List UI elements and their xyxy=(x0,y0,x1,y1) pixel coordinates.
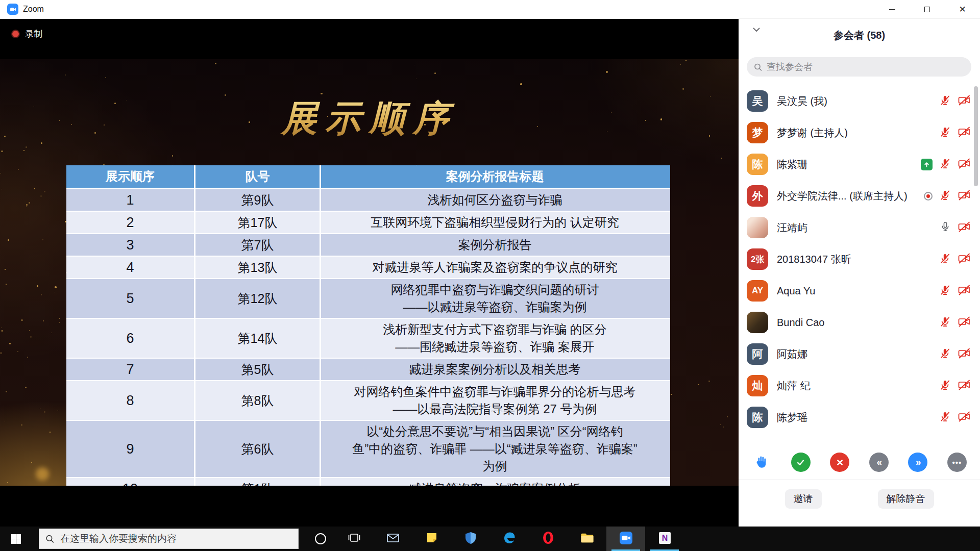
minimize-button[interactable] xyxy=(874,0,910,19)
participant-status-icons xyxy=(939,411,971,424)
maximize-icon xyxy=(924,7,930,12)
participant-status-icons xyxy=(940,221,971,235)
mic-muted-icon xyxy=(939,94,951,108)
reaction-raise-hand-icon[interactable] xyxy=(752,453,771,472)
participant-search-input[interactable] xyxy=(767,62,964,72)
reaction-agree-check-icon[interactable] xyxy=(791,453,811,472)
sparkle-dot xyxy=(698,384,699,386)
table-row: 6第14队浅析新型支付方式下盗窃罪与诈骗 的区分——围绕臧进泉等盗窃、诈骗 案展… xyxy=(66,319,670,359)
taskbar-search-box[interactable] xyxy=(39,529,299,549)
participant-search-box[interactable] xyxy=(747,57,971,77)
slide-title: 展示顺序 xyxy=(0,95,739,143)
participant-row[interactable]: Bundi Cao xyxy=(739,307,980,338)
taskbar-app-zoom-icon[interactable] xyxy=(606,527,645,551)
reaction-go-faster-icon[interactable]: » xyxy=(908,453,927,472)
participant-name: 汪靖屿 xyxy=(777,221,940,235)
participant-row[interactable]: 吴吴汶昊 (我) xyxy=(739,85,980,117)
table-row: 7第5队臧进泉案案例分析以及相关思考 xyxy=(66,359,670,381)
taskbar-app-edge-icon[interactable] xyxy=(490,527,529,551)
column-header-title: 案例分析报告标题 xyxy=(321,165,669,188)
table-row: 4第13队对臧进泉等人诈骗案及盗窃案的争议点的研究 xyxy=(66,257,670,279)
sparkle-dot xyxy=(40,195,42,197)
close-icon: ✕ xyxy=(959,5,966,14)
taskbar-app-mail-icon[interactable] xyxy=(374,527,412,551)
panel-header: 参会者 (58) xyxy=(739,25,980,45)
participant-name: 吴汶昊 (我) xyxy=(777,94,939,108)
reaction-more-reactions-icon[interactable]: ••• xyxy=(947,453,967,472)
avatar xyxy=(747,217,768,238)
invite-button[interactable]: 邀请 xyxy=(785,489,822,509)
recording-dot-icon xyxy=(12,31,19,37)
recording-label: 录制 xyxy=(25,28,42,40)
cell-order: 2 xyxy=(66,212,195,233)
sparkle-dot xyxy=(42,239,43,240)
taskbar-app-opera-icon[interactable] xyxy=(529,527,568,551)
sparkle-dot xyxy=(1,328,2,328)
sparkle-dot xyxy=(680,64,681,65)
mic-muted-icon xyxy=(939,347,951,361)
sparkle-dot xyxy=(9,343,11,344)
cell-team: 第14队 xyxy=(195,319,321,358)
cell-order: 1 xyxy=(66,189,195,211)
sparkle-dot xyxy=(51,333,52,333)
taskbar-app-onenote-icon[interactable]: N xyxy=(645,527,684,551)
sparkle-dot xyxy=(17,351,18,352)
taskbar-app-shield-icon[interactable] xyxy=(451,527,490,551)
unmute-all-button[interactable]: 解除静音 xyxy=(878,489,934,509)
dots-glyph: ••• xyxy=(952,459,962,466)
sparkle-dot xyxy=(723,427,724,428)
video-off-icon xyxy=(958,94,971,108)
sparkle-dot xyxy=(58,410,59,411)
cell-report-title: 对臧进泉等人诈骗案及盗窃案的争议点的研究 xyxy=(321,257,669,278)
taskbar-search-input[interactable] xyxy=(60,533,292,544)
close-button[interactable]: ✕ xyxy=(945,0,980,19)
sparkle-dot xyxy=(29,330,30,331)
sparkle-dot xyxy=(2,330,3,331)
table-row: 2第17队互联网环境下盗骗相织型侵财行为的 认定研究 xyxy=(66,212,670,234)
recording-indicator: 录制 xyxy=(12,28,42,40)
participant-row[interactable]: 灿灿萍 纪 xyxy=(739,370,980,402)
video-off-icon xyxy=(958,379,971,393)
sparkle-dot xyxy=(21,319,22,321)
mic-muted-icon xyxy=(939,284,951,298)
sparkle-dot xyxy=(30,336,32,338)
participant-status-icons xyxy=(939,253,971,266)
taskbar-app-file-explorer-icon[interactable] xyxy=(568,527,606,551)
participant-row[interactable]: 梦梦梦谢 (主持人) xyxy=(739,117,980,148)
participant-name: Aqua Yu xyxy=(777,285,939,297)
taskbar-app-task-view-icon[interactable] xyxy=(335,527,374,551)
reaction-go-slower-icon[interactable]: « xyxy=(869,453,889,472)
taskbar-app-sticky-notes-icon[interactable] xyxy=(412,527,451,551)
cell-team: 第6队 xyxy=(195,421,321,477)
participant-row[interactable]: 外外交学院法律... (联席主持人) xyxy=(739,180,980,212)
mic-muted-icon xyxy=(939,411,951,424)
sparkle-dot xyxy=(37,203,38,204)
sparkle-dot xyxy=(44,411,45,413)
sparkle-dot xyxy=(40,408,40,409)
participant-row[interactable]: 陈陈梦瑶 xyxy=(739,402,980,433)
reaction-disagree-x-icon[interactable] xyxy=(830,453,849,472)
window-title: Zoom xyxy=(23,5,44,14)
sparkle-dot xyxy=(7,482,8,483)
cell-report-title: 对网络钓鱼案件中盗窃罪与诈骗罪界分的论析与思考——以最高法院指导案例第 27 号… xyxy=(321,381,669,420)
zoom-icon xyxy=(619,531,633,547)
sparkle-dot xyxy=(50,432,51,433)
title-line: 为例 xyxy=(483,458,507,475)
start-button[interactable] xyxy=(0,527,32,551)
title-line: ——以最高法院指导案例第 27 号为例 xyxy=(393,400,597,418)
participant-row[interactable]: 2张201813047 张昕 xyxy=(739,243,980,275)
sparkle-dot xyxy=(55,286,56,288)
title-line: 网络犯罪中盗窃与诈骗交织问题的研讨 xyxy=(391,281,599,298)
sparkle-dot xyxy=(43,320,44,321)
participant-row[interactable]: 阿阿茹娜 xyxy=(739,338,980,370)
sparkle-dot xyxy=(41,294,42,295)
table-row: 5第12队网络犯罪中盗窃与诈骗交织问题的研讨——以臧进泉等盗窃、诈骗案为例 xyxy=(66,279,670,319)
cortana-button[interactable] xyxy=(308,527,333,551)
participant-row[interactable]: 汪靖屿 xyxy=(739,212,980,243)
avatar xyxy=(747,312,768,333)
scrollbar[interactable] xyxy=(974,86,978,186)
participant-recording-icon xyxy=(924,192,933,201)
participant-row[interactable]: AYAqua Yu xyxy=(739,275,980,307)
maximize-button[interactable] xyxy=(910,0,945,19)
participant-row[interactable]: 陈陈紫珊 xyxy=(739,148,980,180)
